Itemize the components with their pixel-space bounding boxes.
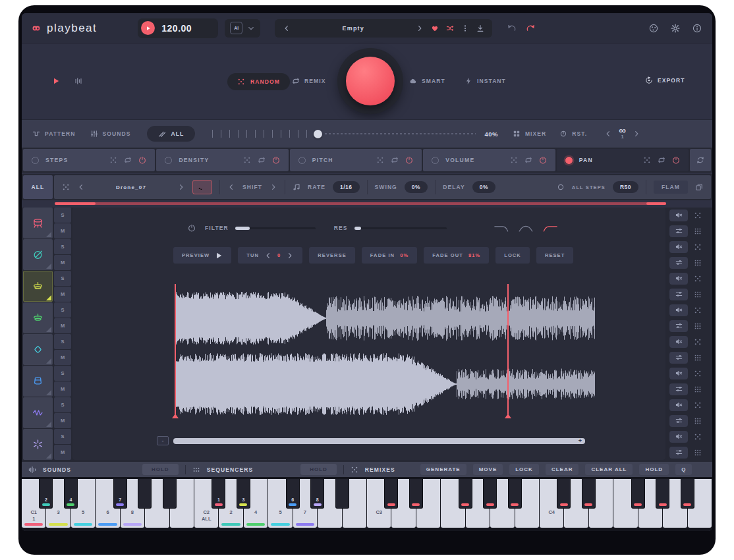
sample-next-icon[interactable] [177,183,185,191]
piano-black-key[interactable] [409,479,423,509]
sync-all-button[interactable] [690,149,711,171]
dice-icon[interactable] [694,433,702,441]
sound-slot-8[interactable] [23,429,53,460]
ai-mode-dropdown[interactable]: AI [225,19,260,38]
slot-fader-button[interactable] [669,225,688,237]
zoom-out-button[interactable]: - [157,436,169,445]
slot-mute-toggle[interactable] [669,241,688,253]
mute-button[interactable]: M [54,445,71,460]
chain-next-icon[interactable] [633,130,640,138]
mute-button[interactable]: M [54,318,71,333]
start-marker-handle[interactable] [172,414,179,418]
piano-black-key[interactable]: 1 [212,479,225,509]
preview-button[interactable]: PREVIEW [173,247,231,264]
power-icon[interactable] [188,224,196,232]
tab-density[interactable]: DENSITY [156,149,288,171]
lowpass-filter-icon[interactable] [494,224,509,233]
grid-icon[interactable] [694,449,702,457]
loop-start-handle[interactable] [55,202,96,205]
mute-button[interactable]: M [54,413,71,428]
dice-icon[interactable] [694,306,702,314]
highpass-filter-icon[interactable] [542,224,558,233]
grid-icon[interactable] [694,417,702,425]
sound-slot-6[interactable] [23,366,53,397]
sound-slot-1[interactable] [23,208,53,238]
quantize-button[interactable]: Q [675,464,692,475]
solo-button[interactable]: S [54,302,71,318]
mixer-button[interactable]: MIXER [513,130,546,138]
dice-icon[interactable] [694,243,702,251]
sounds-view-button[interactable]: SOUNDS [90,130,131,138]
community-icon[interactable] [649,24,658,33]
remix-button[interactable]: REMIX [292,77,325,85]
slot-fader-button[interactable] [669,415,688,427]
tune-up-icon[interactable] [286,252,294,260]
loop-icon[interactable] [658,156,665,164]
undo-icon[interactable] [507,24,517,32]
piano-black-key[interactable]: 6 [286,479,300,509]
bandpass-filter-icon[interactable] [518,224,534,233]
power-icon[interactable] [138,156,146,164]
fade-out-button[interactable]: FADE OUT81% [424,247,489,264]
loop-end-handle[interactable] [646,202,666,205]
piano-black-key[interactable]: 8 [310,479,324,509]
lock-remix-button[interactable]: LOCK [509,464,539,475]
slot-fader-button[interactable] [669,257,688,269]
dice-icon[interactable] [243,156,251,164]
tab-pan[interactable]: PAN [557,149,689,171]
power-icon[interactable] [405,156,413,164]
slot-fader-button[interactable] [669,289,688,300]
piano-black-key[interactable] [138,479,152,509]
export-button[interactable]: EXPORT [645,76,685,84]
piano-black-key[interactable] [384,479,398,509]
tab-volume[interactable]: VOLUME [423,149,555,171]
save-preset-icon[interactable] [476,24,484,32]
hold-sounds-button[interactable]: HOLD [142,464,179,475]
dice-icon[interactable] [62,183,70,191]
dice-icon[interactable] [694,370,702,378]
shift-right-icon[interactable] [269,183,277,191]
loop-icon[interactable] [258,156,266,164]
piano-black-key[interactable] [335,479,349,509]
swing-value[interactable]: 0% [405,181,428,193]
sound-slot-3[interactable] [23,271,53,302]
hold-sequencers-button[interactable]: HOLD [300,464,337,475]
apply-all-button[interactable]: ALL [147,126,196,142]
pattern-chain[interactable]: ∞ 1 [619,127,626,140]
info-icon[interactable] [692,24,702,33]
mute-button[interactable]: M [54,223,71,238]
piano-black-key[interactable]: 2 [39,479,53,509]
loop-icon[interactable] [124,156,132,164]
power-icon[interactable] [272,156,280,164]
grid-icon[interactable] [694,291,702,298]
piano-black-key[interactable] [582,479,596,509]
pattern-view-button[interactable]: PATTERN [32,130,76,138]
slot-mute-toggle[interactable] [669,399,688,411]
slot-fader-button[interactable] [669,352,688,364]
dice-icon[interactable] [376,156,384,164]
tab-steps[interactable]: STEPS [23,149,155,171]
sound-slot-5[interactable] [23,334,53,365]
move-button[interactable]: MOVE [473,464,503,475]
grid-icon[interactable] [694,385,702,393]
solo-button[interactable]: S [54,239,71,254]
fade-in-button[interactable]: FADE IN0% [362,247,417,264]
generate-button[interactable]: GENERATE [420,464,466,475]
slot-mute-toggle[interactable] [669,336,688,348]
preset-next-icon[interactable] [416,24,424,32]
loop-icon[interactable] [391,156,399,164]
slot-mute-toggle[interactable] [669,304,688,316]
transport-play-button[interactable] [141,21,155,35]
loop-range-bar[interactable] [55,202,666,205]
instant-button[interactable]: INSTANT [465,77,506,85]
mute-button[interactable]: M [54,350,71,365]
preset-name[interactable]: Empty [298,25,409,32]
grid-icon[interactable] [694,259,702,267]
dice-icon[interactable] [643,156,651,164]
tune-down-icon[interactable] [264,252,272,260]
all-steps-value[interactable]: R50 [613,181,638,193]
dice-icon[interactable] [694,338,702,346]
mute-button[interactable]: M [54,287,71,302]
res-slider[interactable] [354,227,447,229]
reset-button[interactable]: RST. [559,130,587,138]
